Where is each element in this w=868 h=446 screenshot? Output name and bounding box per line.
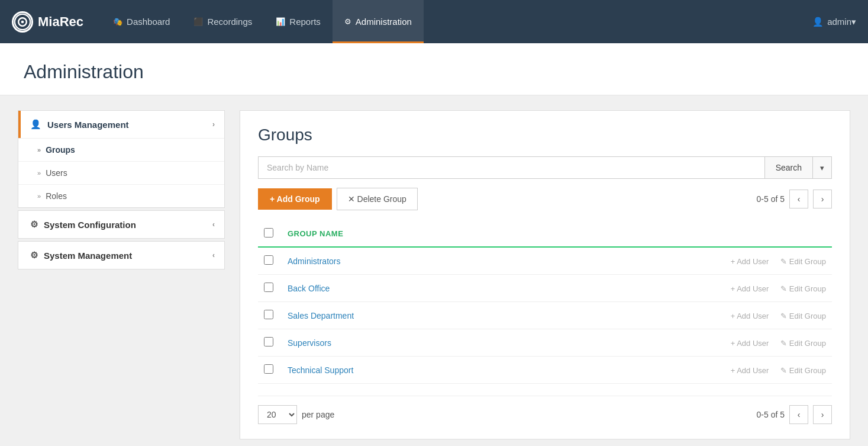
sidebar-section-header-system-management[interactable]: ⚙ System Management ‹ bbox=[18, 242, 224, 269]
nav-links: 🎭 Dashboard ⬛ Recordings 📊 Reports ⚙ Adm… bbox=[101, 0, 812, 43]
system-configuration-label: System Configuration bbox=[44, 220, 136, 230]
user-dropdown-icon: ▾ bbox=[851, 17, 856, 27]
users-label: Users bbox=[46, 168, 67, 178]
nav-label-administration: Administration bbox=[356, 17, 412, 27]
svg-point-1 bbox=[18, 18, 26, 25]
user-label: admin bbox=[827, 17, 851, 27]
row-checkbox-cell bbox=[258, 275, 282, 302]
row-group-name-cell: Supervisors bbox=[282, 329, 502, 357]
roles-label: Roles bbox=[46, 191, 67, 201]
brand-icon bbox=[12, 11, 33, 33]
edit-group-link[interactable]: ✎ Edit Group bbox=[780, 312, 826, 320]
row-actions-cell: + Add User ✎ Edit Group bbox=[502, 275, 832, 302]
dashboard-icon: 🎭 bbox=[113, 17, 122, 26]
search-input[interactable] bbox=[258, 156, 764, 179]
top-prev-button[interactable]: ‹ bbox=[789, 190, 808, 208]
sidebar-section-system-management: ⚙ System Management ‹ bbox=[18, 241, 225, 269]
sidebar-section-header-users-management[interactable]: 👤 Users Management › bbox=[18, 111, 224, 138]
row-actions-cell: + Add User ✎ Edit Group bbox=[502, 357, 832, 384]
bottom-bar: 10 20 50 100 per page 0-5 of 5 ‹ › bbox=[258, 396, 832, 424]
row-checkbox-cell bbox=[258, 302, 282, 329]
nav-item-administration[interactable]: ⚙ Administration bbox=[333, 0, 424, 43]
system-management-icon: ⚙ bbox=[30, 250, 38, 261]
table-row: Supervisors + Add User ✎ Edit Group bbox=[258, 329, 832, 357]
sidebar-item-users[interactable]: » Users bbox=[18, 162, 224, 185]
user-icon: 👤 bbox=[812, 17, 824, 27]
sidebar-item-roles[interactable]: » Roles bbox=[18, 185, 224, 207]
bottom-next-button[interactable]: › bbox=[813, 405, 832, 424]
brand-logo[interactable]: MiaRec bbox=[12, 11, 83, 33]
nav-label-recordings: Recordings bbox=[207, 17, 252, 27]
per-page-select[interactable]: 10 20 50 100 bbox=[258, 405, 297, 424]
row-checkbox[interactable] bbox=[264, 337, 273, 346]
sidebar-section-header-system-configuration[interactable]: ⚙ System Configuration ‹ bbox=[18, 211, 224, 238]
sidebar-item-groups[interactable]: » Groups bbox=[18, 139, 224, 162]
add-user-link[interactable]: + Add User bbox=[731, 339, 769, 348]
top-next-button[interactable]: › bbox=[813, 190, 832, 208]
navbar-user[interactable]: 👤 admin ▾ bbox=[812, 17, 856, 27]
bottom-prev-button[interactable]: ‹ bbox=[789, 405, 808, 424]
header-actions bbox=[502, 221, 832, 247]
row-checkbox[interactable] bbox=[264, 364, 273, 374]
delete-group-button[interactable]: ✕ Delete Group bbox=[337, 188, 418, 210]
table-header-row: GROUP NAME bbox=[258, 221, 832, 247]
row-checkbox[interactable] bbox=[264, 310, 273, 319]
table-row: Back Office + Add User ✎ Edit Group bbox=[258, 275, 832, 302]
main-content: Groups Search ▾ + Add Group ✕ Delete Gro… bbox=[240, 110, 850, 439]
nav-item-recordings[interactable]: ⬛ Recordings bbox=[182, 0, 264, 43]
edit-group-link[interactable]: ✎ Edit Group bbox=[780, 284, 826, 293]
search-button-label: Search bbox=[776, 163, 802, 172]
row-group-name-cell: Back Office bbox=[282, 275, 502, 302]
row-checkbox-cell bbox=[258, 357, 282, 384]
group-name-link[interactable]: Technical Support bbox=[288, 365, 353, 375]
add-group-button[interactable]: + Add Group bbox=[258, 188, 332, 210]
nav-item-dashboard[interactable]: 🎭 Dashboard bbox=[101, 0, 182, 43]
edit-group-link[interactable]: ✎ Edit Group bbox=[780, 366, 826, 375]
svg-point-0 bbox=[15, 14, 30, 29]
group-name-link[interactable]: Administrators bbox=[288, 256, 340, 266]
search-dropdown-button[interactable]: ▾ bbox=[812, 156, 832, 179]
select-all-checkbox[interactable] bbox=[264, 228, 273, 238]
recordings-icon: ⬛ bbox=[193, 17, 203, 26]
administration-icon: ⚙ bbox=[344, 17, 351, 26]
group-name-link[interactable]: Supervisors bbox=[288, 338, 331, 348]
roles-arrow: » bbox=[37, 192, 41, 200]
table-row: Administrators + Add User ✎ Edit Group bbox=[258, 247, 832, 275]
nav-label-dashboard: Dashboard bbox=[127, 17, 170, 27]
row-checkbox-cell bbox=[258, 247, 282, 275]
group-name-link[interactable]: Back Office bbox=[288, 284, 330, 293]
row-actions-cell: + Add User ✎ Edit Group bbox=[502, 302, 832, 329]
header-group-name: GROUP NAME bbox=[282, 221, 502, 247]
page-header: Administration bbox=[0, 43, 868, 95]
row-checkbox[interactable] bbox=[264, 283, 273, 292]
add-group-label: + Add Group bbox=[270, 194, 320, 204]
system-configuration-icon: ⚙ bbox=[30, 219, 38, 230]
edit-group-link[interactable]: ✎ Edit Group bbox=[780, 339, 826, 348]
system-management-chevron: ‹ bbox=[212, 251, 215, 259]
groups-arrow: » bbox=[37, 146, 41, 153]
users-management-label: Users Management bbox=[47, 120, 129, 130]
groups-title: Groups bbox=[258, 126, 832, 145]
row-checkbox[interactable] bbox=[264, 255, 273, 265]
bottom-pagination: 0-5 of 5 ‹ › bbox=[757, 405, 832, 424]
top-pagination-info: 0-5 of 5 bbox=[757, 194, 785, 204]
page-title: Administration bbox=[24, 61, 844, 83]
nav-item-reports[interactable]: 📊 Reports bbox=[264, 0, 333, 43]
search-button[interactable]: Search bbox=[764, 156, 812, 179]
per-page-label: per page bbox=[302, 410, 334, 419]
add-user-link[interactable]: + Add User bbox=[731, 257, 769, 266]
add-user-link[interactable]: + Add User bbox=[731, 312, 769, 320]
page-wrapper: Administration 👤 Users Management › » Gr… bbox=[0, 43, 868, 446]
row-actions-cell: + Add User ✎ Edit Group bbox=[502, 329, 832, 357]
bottom-pagination-info: 0-5 of 5 bbox=[757, 410, 785, 419]
sidebar-section-users-management: 👤 Users Management › » Groups » Users » bbox=[18, 110, 225, 208]
sidebar: 👤 Users Management › » Groups » Users » bbox=[18, 110, 225, 439]
group-name-link[interactable]: Sales Department bbox=[288, 311, 354, 320]
nav-label-reports: Reports bbox=[289, 17, 321, 27]
actions-bar: + Add Group ✕ Delete Group 0-5 of 5 ‹ › bbox=[258, 188, 832, 210]
add-user-link[interactable]: + Add User bbox=[731, 284, 769, 293]
groups-table: GROUP NAME Administrators + Add User ✎ E… bbox=[258, 221, 832, 384]
add-user-link[interactable]: + Add User bbox=[731, 366, 769, 375]
sidebar-section-system-configuration: ⚙ System Configuration ‹ bbox=[18, 210, 225, 239]
edit-group-link[interactable]: ✎ Edit Group bbox=[780, 257, 826, 266]
